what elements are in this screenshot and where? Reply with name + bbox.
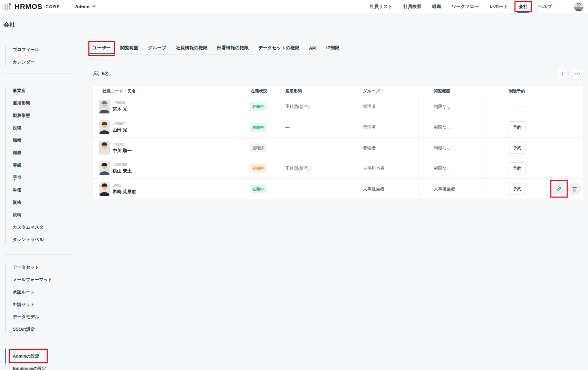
trash-icon xyxy=(571,186,578,192)
add-user-button[interactable] xyxy=(557,69,567,79)
nav-employee-list[interactable]: 社員リスト xyxy=(370,3,393,10)
tab-ip-restriction[interactable]: IP制限 xyxy=(323,43,343,53)
sidebar-item-label: 職務 xyxy=(13,150,21,156)
avatar-part xyxy=(102,183,107,187)
annotation-box xyxy=(88,41,115,56)
member-count: 5名 xyxy=(93,70,109,78)
sidebar-item-grade[interactable]: 等級 xyxy=(3,159,73,171)
delete-reserve-button[interactable]: 予約 xyxy=(509,183,526,195)
chevron-down-icon xyxy=(92,6,96,8)
tab-department-info-permission[interactable]: 部署情報の権限 xyxy=(214,43,252,53)
sidebar-item-employee-settings[interactable]: Employeeの設定 xyxy=(3,362,73,370)
annotation-box xyxy=(9,349,48,363)
employee-avatar xyxy=(99,141,110,155)
sidebar-item-job-category[interactable]: 職種 xyxy=(3,134,73,147)
divider xyxy=(563,3,563,10)
workspace-label: Admin xyxy=(75,4,89,9)
status-badge: 休職中 xyxy=(250,164,267,173)
sidebar-item-custom-master[interactable]: カスタムマスタ xyxy=(3,221,73,233)
people-icon xyxy=(93,70,99,77)
member-count-label: 5名 xyxy=(102,71,109,77)
sidebar-item-label: 雇用形態 xyxy=(13,100,30,106)
nav-workflow[interactable]: ワークフロー xyxy=(452,3,479,10)
column-header: 社員コード・氏名 xyxy=(103,88,136,94)
tab-view-scope[interactable]: 閲覧範囲 xyxy=(117,43,142,53)
logo[interactable]: HRMOS CORE Admin xyxy=(4,0,96,13)
sidebar-group: プロフィールカレンダー xyxy=(3,43,73,68)
sidebar-item-label: 承認ルート xyxy=(13,289,35,295)
employment-cell: — xyxy=(285,125,290,130)
sidebar-item-employment-type[interactable]: 雇用形態 xyxy=(3,97,73,109)
employment-cell: — xyxy=(285,146,290,150)
delete-reserve-button[interactable]: 予約 xyxy=(509,121,526,133)
nav-help[interactable]: ヘルプ xyxy=(538,3,552,10)
delete-reserve-button[interactable]: 予約 xyxy=(509,142,526,154)
employee-cell: LP00001宮本 光 xyxy=(113,101,127,112)
edit-user-button[interactable] xyxy=(552,182,565,196)
sidebar-item-label: 等級 xyxy=(13,162,21,168)
sidebar-item-label: 職種 xyxy=(13,138,21,143)
table-row[interactable]: S001岩崎 英里歌在籍中—人事担当者人事担当者予約 xyxy=(93,178,583,199)
sidebar-item-mail-format[interactable]: メールフォーマット xyxy=(3,273,73,286)
sidebar-group: Adminの設定Employeeの設定 xyxy=(3,350,73,370)
tab-bar: ユーザー閲覧範囲グループ社員情報の権限部署情報の権限データセットの権限APIIP… xyxy=(89,43,343,53)
users-table: 社員コード・氏名在籍状況雇用形態グループ閲覧範囲削除予約 LP00001宮本 光… xyxy=(93,85,584,199)
column-header: 在籍状況 xyxy=(251,88,267,94)
nav-organization[interactable]: 組織 xyxy=(432,3,441,10)
sidebar-item-application-set[interactable]: 申請セット xyxy=(3,298,73,311)
more-options-button[interactable] xyxy=(572,69,582,79)
sidebar-item-admin-settings[interactable]: Adminの設定 xyxy=(3,350,73,362)
sidebar-item-allowance[interactable]: 手当 xyxy=(3,171,73,184)
nav-report[interactable]: レポート xyxy=(490,3,508,10)
nav-company[interactable]: 会社 xyxy=(519,3,528,10)
sidebar-item-position[interactable]: 役職 xyxy=(3,122,73,134)
tab-users[interactable]: ユーザー xyxy=(89,43,114,53)
sidebar-item-dataset[interactable]: データセット xyxy=(3,261,73,273)
sidebar-item-unit-price[interactable]: 単価 xyxy=(3,184,73,196)
divider xyxy=(3,344,73,344)
employee-code: S001 xyxy=(113,183,136,187)
employee-cell: T00001中川 順一 xyxy=(113,142,132,154)
table-row[interactable]: LA00456桃山 安土休職中正社員(新卒)人事担当者制限なし予約 xyxy=(93,158,583,179)
employee-cell: S001岩崎 英里歌 xyxy=(113,183,136,195)
tab-employee-info-permission[interactable]: 社員情報の権限 xyxy=(173,43,211,53)
table-row[interactable]: T00001中川 順一退職済—管理者制限なし予約 xyxy=(93,137,583,158)
sidebar-item-relationship[interactable]: 続柄 xyxy=(3,209,73,221)
sidebar-item-work-style[interactable]: 勤務形態 xyxy=(3,109,73,122)
sidebar-item-qualification[interactable]: 資格 xyxy=(3,196,73,209)
table-row[interactable]: LP00001宮本 光在籍中正社員(新卒)管理者制限なし・・・ xyxy=(93,96,583,117)
sidebar-item-sso-settings[interactable]: SSOの設定 xyxy=(3,323,73,336)
employee-name: 山田 光 xyxy=(113,127,127,133)
table-header: 社員コード・氏名在籍状況雇用形態グループ閲覧範囲削除予約 xyxy=(93,86,583,96)
sidebar-item-label: 申請セット xyxy=(13,302,35,308)
avatar-part xyxy=(102,122,107,125)
sidebar-item-label: 単価 xyxy=(13,187,21,193)
employee-name: 桃山 安土 xyxy=(113,168,132,174)
sidebar-item-calendar[interactable]: カレンダー xyxy=(3,56,73,68)
avatar-part xyxy=(99,192,109,196)
sidebar-group: 事業所雇用形態勤務形態役職職種職務等級手当単価資格続柄カスタムマスタタレントラベ… xyxy=(3,84,73,246)
tab-groups[interactable]: グループ xyxy=(145,43,170,53)
employee-avatar xyxy=(99,100,110,113)
annotation-box xyxy=(514,1,532,12)
sidebar-item-label: 資格 xyxy=(13,200,21,206)
delete-reserve-button[interactable]: 予約 xyxy=(509,162,526,174)
sidebar-item-data-model[interactable]: データモデル xyxy=(3,311,73,323)
tab-api[interactable]: API xyxy=(306,43,320,53)
sidebar-item-profile[interactable]: プロフィール xyxy=(3,43,73,56)
avatar-part xyxy=(577,3,580,7)
delete-user-button[interactable] xyxy=(568,182,581,196)
group-cell: 管理者 xyxy=(363,124,376,130)
nav-employee-search[interactable]: 社員検索 xyxy=(403,3,421,10)
workspace-dropdown[interactable]: Admin xyxy=(75,4,96,9)
group-cell: 人事担当者 xyxy=(363,166,385,171)
sidebar-item-approval-route[interactable]: 承認ルート xyxy=(3,286,73,298)
sidebar-item-talent-label[interactable]: タレントラベル xyxy=(3,233,73,246)
employee-name: 中川 順一 xyxy=(113,148,132,154)
user-avatar[interactable] xyxy=(574,2,584,11)
sidebar-item-office[interactable]: 事業所 xyxy=(3,84,73,97)
tab-dataset-permission[interactable]: データセットの権限 xyxy=(255,43,303,53)
annotation-box xyxy=(550,180,568,198)
table-row[interactable]: LP0987山田 光在籍中—管理者制限なし予約 xyxy=(93,117,583,138)
sidebar-item-job-duty[interactable]: 職務 xyxy=(3,147,73,159)
